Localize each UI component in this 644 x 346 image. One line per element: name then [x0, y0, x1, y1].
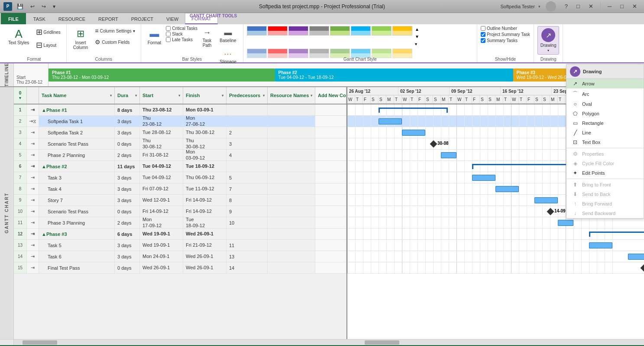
timeline-date-label: Thu 23-08-12	[16, 80, 46, 85]
drawing-item-oval[interactable]: ○Oval	[566, 99, 644, 109]
task-row[interactable]: 9 ⇥ Story 7 3 days Wed 12-09-1 Fri 14-09…	[14, 195, 346, 206]
critical-tasks-check[interactable]: Critical Tasks	[166, 26, 197, 31]
drawing-item-textbox[interactable]: ⊡Text Box	[566, 137, 644, 147]
task-row[interactable]: 11 ⇥ Phase 3 Planning 2 days Mon 17-09-1…	[14, 217, 346, 228]
task-row[interactable]: 10 ⇥ Scenario Test Pass 0 days Fri 14-09…	[14, 206, 346, 217]
slack-check[interactable]: Slack	[166, 32, 197, 36]
save-button[interactable]: 💾	[15, 2, 26, 11]
col-header-duration[interactable]: Dura ▾	[115, 87, 140, 104]
outline-number-check[interactable]: Outline Number	[481, 26, 530, 31]
style-swatch-1[interactable]	[247, 26, 267, 36]
drawing-item-polygon[interactable]: ⬠Polygon	[566, 109, 644, 118]
task-row[interactable]: 6 ⇥ ▲ Phase #2 11 days Tue 04-09-12 Tue …	[14, 161, 346, 172]
col-pred-arrow[interactable]: ▾	[263, 94, 265, 98]
col-header-pred[interactable]: Predecessors ▾	[227, 87, 268, 104]
format-bar-button[interactable]: ▬ Format	[145, 26, 165, 47]
help-button[interactable]: ?	[561, 2, 571, 10]
project-summary-checkbox[interactable]	[481, 32, 485, 37]
drawing-button[interactable]: ↗ Drawing ▾	[537, 26, 560, 55]
drawing-item-edit_points[interactable]: ✦Edit Points	[566, 168, 644, 178]
cell-duration: 3 days	[115, 240, 140, 251]
swatch-up-button[interactable]: ▲	[414, 26, 420, 33]
drawing-item-arrow[interactable]: ↗Arrow	[566, 79, 644, 88]
custom-fields-button[interactable]: ⚙ Custom Fields	[93, 37, 137, 47]
task-row[interactable]: 12 ⇥ ▲ Phase #3 6 days Wed 19-09-1 Wed 2…	[14, 228, 346, 240]
col-name-arrow[interactable]: ▾	[110, 94, 112, 98]
style-swatch-8[interactable]	[392, 26, 412, 36]
task-row[interactable]: 5 ⇥ Phase 2 Planning 2 days Fri 31-08-12…	[14, 150, 346, 161]
project-summary-check[interactable]: Project Summary Task	[481, 32, 530, 37]
qat-arrow-button[interactable]: ▾	[51, 2, 58, 11]
column-settings-button[interactable]: ≡ Column Settings ▾	[93, 26, 137, 36]
layout-button[interactable]: ⊟ Layout	[34, 39, 62, 51]
close-button[interactable]: ✕	[629, 2, 641, 10]
late-tasks-checkbox[interactable]	[166, 37, 171, 42]
tab-project[interactable]: PROJECT	[125, 13, 160, 24]
task-row[interactable]: 15 ⇥ Final Test Pass 0 days Wed 26-09-1 …	[14, 262, 346, 274]
col-header-add[interactable]: Add New Colu	[315, 87, 346, 104]
grid-line	[488, 127, 488, 138]
grid-line	[488, 183, 488, 194]
summary-tasks-check[interactable]: Summary Tasks	[481, 38, 530, 43]
critical-tasks-checkbox[interactable]	[166, 26, 171, 31]
style-swatch-7[interactable]	[372, 26, 392, 36]
tab-file[interactable]: FILE	[1, 13, 26, 24]
col-header-finish[interactable]: Finish ▾	[183, 87, 227, 104]
task-path-button[interactable]: → Task Path	[199, 26, 215, 50]
task-row[interactable]: 14 ⇥ Task 6 3 days Mon 24-09-1 Wed 26-09…	[14, 251, 346, 262]
drawing-item-rectangle[interactable]: ▭Rectangle	[566, 118, 644, 128]
grid-line	[456, 228, 457, 239]
style-swatch-5[interactable]	[330, 26, 350, 36]
outline-number-checkbox[interactable]	[481, 26, 485, 31]
insert-column-button[interactable]: ⊞ Insert Column	[70, 26, 91, 52]
tab-resource[interactable]: RESOURCE	[52, 13, 92, 24]
minimize-button[interactable]: ─	[604, 2, 615, 10]
col-duration-arrow[interactable]: ▾	[135, 94, 137, 98]
table-scrollbar[interactable]	[14, 339, 360, 345]
col-header-name[interactable]: Task Name ▾	[39, 87, 115, 104]
ribbon-close-button[interactable]: ✕	[585, 2, 597, 10]
col-id-filter-icon[interactable]: ▾	[19, 96, 21, 100]
swatch-expand-button[interactable]: ▾	[414, 41, 420, 47]
text-styles-button[interactable]: A Text Styles	[5, 26, 32, 48]
task-row[interactable]: 8 ⇥ Task 4 3 days Fri 07-09-12 Tue 11-09…	[14, 183, 346, 195]
task-indicator-icon: ⇥	[31, 254, 35, 259]
drawing-item-line[interactable]: ╱Line	[566, 128, 644, 137]
task-indicator-icon: ⇥	[31, 209, 35, 214]
gridlines-button[interactable]: ⊞ Gridlines	[34, 26, 62, 38]
undo-button[interactable]: ↩	[28, 2, 37, 11]
task-row[interactable]: 7 ⇥ Task 3 3 days Tue 04-09-12 Thu 06-09…	[14, 172, 346, 183]
style-swatch-3[interactable]	[288, 26, 308, 36]
style-swatch-4[interactable]	[309, 26, 329, 36]
table-scrollbar-thumb[interactable]	[23, 340, 57, 345]
tab-report[interactable]: REPORT	[92, 13, 125, 24]
col-header-start[interactable]: Start ▾	[140, 87, 183, 104]
summary-tasks-checkbox[interactable]	[481, 38, 485, 43]
col-start-arrow[interactable]: ▾	[178, 94, 180, 98]
user-dropdown-arrow[interactable]: ▾	[538, 4, 540, 9]
late-tasks-check[interactable]: Late Tasks	[166, 37, 197, 42]
col-header-resource[interactable]: Resource Names ▾	[268, 87, 315, 104]
slack-checkbox[interactable]	[166, 32, 171, 36]
style-swatch-6[interactable]	[351, 26, 371, 36]
chart-scrollbar[interactable]	[360, 339, 644, 345]
redo-button[interactable]: ↪	[39, 2, 48, 11]
tab-view[interactable]: VIEW	[160, 13, 185, 24]
ribbon-restore-button[interactable]: □	[573, 2, 583, 10]
col-resource-arrow[interactable]: ▾	[311, 94, 312, 98]
baseline-button[interactable]: ▬ Baseline	[217, 26, 239, 45]
restore-button[interactable]: □	[617, 2, 627, 10]
task-row[interactable]: 3 ⇥ Softpedia Task 2 3 days Tue 28-08-12…	[14, 127, 346, 138]
chart-scrollbar-thumb[interactable]	[365, 340, 399, 345]
gantt-bar-phase	[379, 108, 448, 113]
task-row[interactable]: 1 ⇥ ▲ Phase #1 8 days Thu 23-08-12 Mon 0…	[14, 104, 346, 116]
task-row[interactable]: 4 ⇥ Scenario Test Pass 0 days Thu 30-08-…	[14, 138, 346, 150]
task-row[interactable]: 2 ⇥⧖ Softpedia Task 1 3 days Thu 23-08-1…	[14, 116, 346, 127]
drawing-item-arc[interactable]: ⌒Arc	[566, 88, 644, 99]
swatch-down-button[interactable]: ▼	[414, 33, 420, 40]
col-finish-arrow[interactable]: ▾	[222, 94, 223, 98]
minor-date-cell: M	[441, 95, 449, 103]
style-swatch-2[interactable]	[268, 26, 288, 36]
task-row[interactable]: 13 ⇥ Task 5 3 days Wed 19-09-1 Fri 21-09…	[14, 240, 346, 251]
tab-task[interactable]: TASK	[27, 13, 52, 24]
